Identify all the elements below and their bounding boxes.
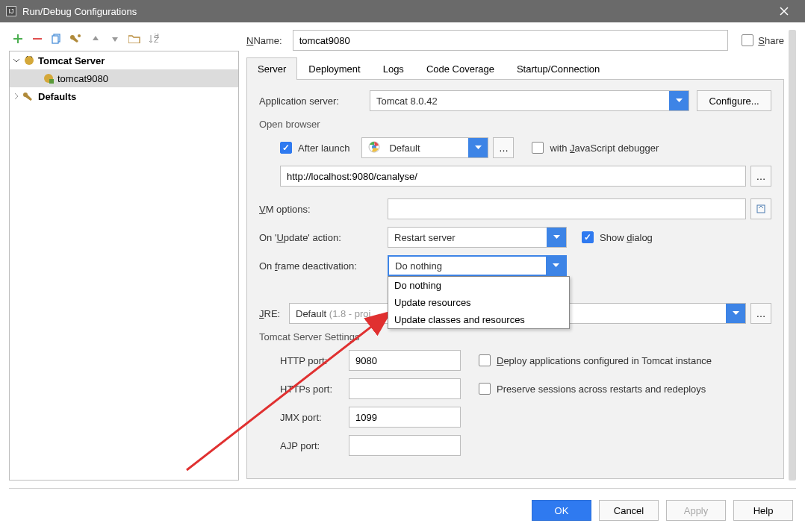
up-icon[interactable] [90,33,102,45]
http-port-label: HTTP port: [280,355,349,366]
open-browser-section: Open browser [259,119,771,130]
tree-item-tomcat-server[interactable]: Tomcat Server [10,51,238,69]
tomcat-settings-section: Tomcat Server Settings [259,331,771,342]
help-button[interactable]: Help [733,500,793,521]
browser-more-button[interactable]: … [493,137,514,158]
tab-server[interactable]: Server [246,57,297,80]
tab-logs[interactable]: Logs [372,57,415,80]
https-port-input[interactable] [349,378,461,399]
tab-startup-connection[interactable]: Startup/Connection [506,57,611,80]
config-sidebar: az Tomcat Server tomcat9080 Defaults [9,30,239,481]
option-update-resources[interactable]: Update resources [388,294,569,311]
preserve-label: Preserve sessions across restarts and re… [497,384,706,395]
remove-icon[interactable] [31,33,43,45]
svg-rect-7 [49,79,54,84]
tomcat-local-icon [43,72,55,84]
jre-label: JRE: [259,308,289,319]
frame-deact-label: On frame deactivation: [259,260,388,272]
add-icon[interactable] [12,33,24,45]
after-launch-checkbox[interactable] [280,142,292,154]
js-debugger-checkbox[interactable] [532,142,544,154]
app-icon: IJ [6,6,16,16]
option-update-classes-resources[interactable]: Update classes and resources [388,311,569,328]
defaults-icon [23,90,35,102]
js-debugger-label: with JavaScript debugger [550,143,659,154]
tomcat-icon [23,54,35,66]
show-dialog-checkbox[interactable] [582,231,594,243]
tree-item-defaults[interactable]: Defaults [10,87,238,105]
app-server-select[interactable]: Tomcat 8.0.42 [370,90,689,111]
https-port-label: HTTPs port: [280,384,349,395]
configure-button[interactable]: Configure... [697,90,771,111]
server-panel: Application server: Tomcat 8.0.42 Config… [246,80,784,479]
down-icon[interactable] [109,33,121,45]
vertical-scrollbar[interactable] [789,30,796,481]
chevron-down-icon [468,138,488,157]
name-row: NName: Share [246,30,784,51]
deploy-checkbox[interactable] [479,354,491,366]
tree-item-tomcat9080[interactable]: tomcat9080 [10,69,238,87]
tree-label: Tomcat Server [38,55,105,66]
svg-text:z: z [154,34,159,44]
name-label: NName: [246,35,282,46]
apply-button[interactable]: Apply [666,500,726,521]
deploy-label: Deploy applications configured in Tomcat… [497,355,712,366]
tree-label: Defaults [38,91,76,102]
frame-deact-dropdown[interactable]: Do nothing Update resources Update class… [388,276,570,329]
chevron-right-icon [13,93,20,100]
folder-icon[interactable] [128,33,140,45]
chevron-down-icon [669,91,689,110]
jmx-port-label: JMX port: [280,412,349,423]
tab-deployment[interactable]: Deployment [297,57,371,80]
chevron-down-icon [547,228,566,247]
vm-expand-button[interactable] [750,198,771,219]
preserve-checkbox[interactable] [479,383,491,395]
sort-icon[interactable]: az [148,33,160,45]
svg-rect-1 [52,36,58,43]
option-do-nothing[interactable]: Do nothing [388,277,569,294]
config-tree[interactable]: Tomcat Server tomcat9080 Defaults [9,51,239,481]
chrome-icon [362,141,383,155]
copy-icon[interactable] [51,33,63,45]
window-title: Run/Debug Configurations [22,6,769,17]
svg-point-2 [78,34,81,37]
vm-options-label: VM options: [259,204,388,215]
url-input[interactable] [280,166,746,187]
ajp-port-input[interactable] [349,435,461,456]
cancel-button[interactable]: Cancel [599,500,659,521]
svg-point-5 [25,56,34,65]
close-button[interactable] [769,0,799,22]
settings-icon[interactable] [70,33,82,45]
titlebar: IJ Run/Debug Configurations [0,0,805,22]
name-input[interactable] [293,30,729,51]
frame-deact-select[interactable]: Do nothing [388,255,567,276]
tabs: Server Deployment Logs Code Coverage Sta… [246,57,784,80]
share-checkbox[interactable] [742,34,753,46]
jre-more-button[interactable]: … [750,303,771,324]
app-server-label: Application server: [259,96,370,107]
sidebar-toolbar: az [9,30,239,51]
share-label: Share [758,35,784,46]
jmx-port-input[interactable] [349,407,461,428]
browser-select[interactable]: Default [361,137,488,158]
ajp-port-label: AJP port: [280,440,349,451]
tree-label: tomcat9080 [58,73,108,84]
update-action-select[interactable]: Restart server [388,227,567,248]
tab-code-coverage[interactable]: Code Coverage [415,57,506,80]
chevron-down-icon [546,257,565,275]
dialog-footer: OK Cancel Apply Help [0,489,805,532]
url-more-button[interactable]: … [750,166,771,187]
ok-button[interactable]: OK [532,500,591,521]
http-port-input[interactable] [349,350,461,371]
vm-options-input[interactable] [388,198,746,219]
show-dialog-label: Show dialog [600,232,653,243]
after-launch-label: After launch [298,143,349,154]
chevron-down-icon [726,304,745,323]
update-action-label: On 'Update' action: [259,232,388,243]
chevron-down-icon [13,57,20,64]
close-icon [780,7,789,16]
